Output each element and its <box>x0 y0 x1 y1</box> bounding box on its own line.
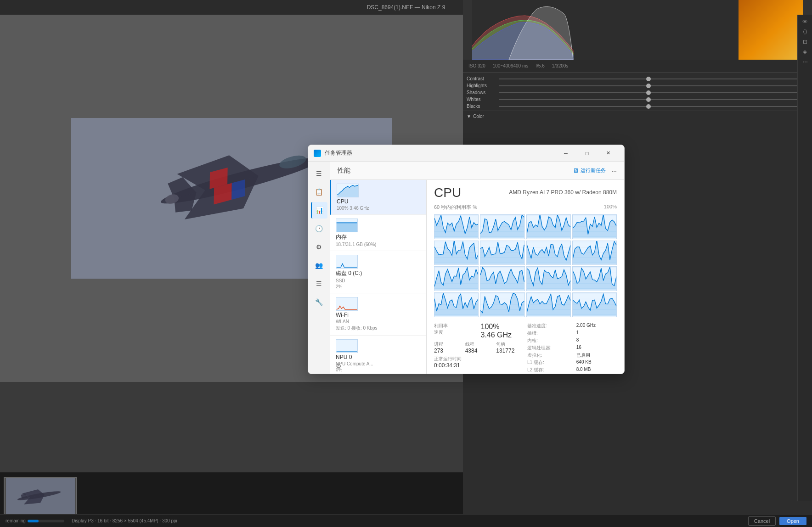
threads-stat: 线程 4384 <box>465 341 493 354</box>
nav-right: 🖥 运行新任务 ··· <box>573 167 617 174</box>
minimize-button[interactable]: ─ <box>555 145 576 162</box>
cpu-item-value: 100% 3.46 GHz <box>337 206 421 211</box>
l2-label: L2 缓存: <box>527 367 573 373</box>
computer-icon: 🖥 <box>573 167 579 174</box>
task-manager-content: CPU 100% 3.46 GHz <box>330 180 624 374</box>
slider-row-whites: Whites 0 <box>467 97 808 102</box>
highlights-slider[interactable] <box>499 85 797 86</box>
cpu-core-graph-4 <box>434 241 479 265</box>
slider-row-highlights: Highlights 0 <box>467 83 808 88</box>
svg-marker-117 <box>573 294 616 316</box>
utilization-stat: 利用率 速度 <box>434 323 477 339</box>
wifi-mini-graph <box>336 297 358 311</box>
exposure-info: 100~4009400 ms <box>493 63 529 68</box>
task-manager-title: 任务管理器 <box>325 149 555 157</box>
base-speed-label: 基准速度: <box>527 323 573 329</box>
sidebar-icon-startup[interactable]: ⚙ <box>311 239 327 255</box>
list-item-memory[interactable]: 内存 18.7/31.1 GB (60%) <box>330 215 426 251</box>
cpu-detail-panel: CPU AMD Ryzen AI 7 PRO 360 w/ Radeon 880… <box>427 180 624 374</box>
npu-mini-graph <box>336 339 358 353</box>
sidebar-icon-performance[interactable]: 📊 <box>311 202 327 219</box>
more-icon[interactable]: ⋯ <box>802 59 808 65</box>
maximize-button[interactable]: □ <box>576 145 598 162</box>
eye-icon[interactable]: 👁 <box>802 18 808 25</box>
sidebar-icon-users[interactable]: 👥 <box>311 257 327 274</box>
open-button[interactable]: Open <box>779 517 806 525</box>
task-manager-window: 任务管理器 ─ □ ✕ ☰ 📋 📊 🕐 ⚙ 👥 ☰ 🔧 性能 <box>308 145 625 374</box>
cpu-item-name: CPU <box>337 198 421 205</box>
cpu-core-graph-13 <box>480 292 524 317</box>
histogram-area <box>463 0 812 60</box>
handles-label: 句柄 <box>496 341 524 348</box>
list-item-cpu[interactable]: CPU 100% 3.46 GHz <box>330 180 426 215</box>
uptime-value: 0:00:34:31 <box>434 362 524 369</box>
memory-item-name: 内存 <box>336 233 421 241</box>
list-item-npu[interactable]: NPU 0 NPU Compute A... 0% <box>330 336 426 374</box>
cpu-detail-title: CPU <box>434 185 461 200</box>
logical-value: 16 <box>576 345 617 351</box>
whites-slider[interactable] <box>499 99 797 100</box>
crop-icon[interactable]: ⊡ <box>803 39 807 45</box>
more-options-button[interactable]: ··· <box>611 167 617 174</box>
shadows-label: Shadows <box>467 90 496 95</box>
contrast-label: Contrast <box>467 76 496 81</box>
processes-value: 273 <box>434 348 462 354</box>
whites-label: Whites <box>467 97 496 102</box>
cancel-button[interactable]: Cancel <box>748 516 776 526</box>
filter-icon[interactable]: ◈ <box>803 49 807 55</box>
color-section-header: ▼ Color <box>467 114 808 119</box>
svg-marker-17 <box>338 185 358 197</box>
cpu-core-graph-15 <box>572 292 617 317</box>
virtualization-value: 已启用 <box>576 352 617 359</box>
highlights-label: Highlights <box>467 83 496 88</box>
close-button[interactable]: ✕ <box>598 145 619 162</box>
cpu-core-graph-9 <box>480 266 524 291</box>
window-title: DSC_8694(1).NEF — Nikon Z 9 <box>367 4 445 11</box>
logical-label: 逻辑处理器: <box>527 345 573 351</box>
nav-title: 性能 <box>338 167 573 175</box>
sidebar-icon-processes[interactable]: 📋 <box>311 184 327 200</box>
memory-item-value: 18.7/31.1 GB (60%) <box>336 242 421 247</box>
contrast-slider[interactable] <box>499 78 797 79</box>
hist-left-cap <box>463 0 472 60</box>
progress-bar <box>28 520 64 522</box>
uptime-label: 正常运行时间 <box>434 356 524 362</box>
cpu-core-graph-3 <box>572 214 617 239</box>
sidebar-icon-details[interactable]: ☰ <box>311 275 327 292</box>
cpu-subtitle: 60 秒内的利用率 % <box>434 204 477 211</box>
cpu-stats-left: 利用率 速度 100% 3.46 GHz 进程 <box>434 323 524 374</box>
sidebar-icon-history[interactable]: 🕐 <box>311 220 327 237</box>
speed-label-inline: 速度 <box>434 329 477 336</box>
sidebar-icon-menu[interactable]: ☰ <box>311 165 327 182</box>
run-task-button[interactable]: 运行新任务 <box>581 167 606 174</box>
l1-value: 640 KB <box>576 359 617 366</box>
virtualization-label: 虚拟化: <box>527 352 573 359</box>
photo-info-row: ISO 320 100~4009400 ms f/5.6 1/3200s <box>463 60 812 73</box>
list-item-disk[interactable]: 磁盘 0 (C:) SSD 2% <box>330 251 426 293</box>
sidebar-icon-services[interactable]: 🔧 <box>311 294 327 310</box>
color-label: Color <box>473 114 484 119</box>
cpu-core-graph-7 <box>572 241 617 265</box>
task-manager-titlebar: 任务管理器 ─ □ ✕ <box>308 145 624 162</box>
adjust-icon[interactable]: ⟨⟩ <box>803 28 807 35</box>
cpu-pct-label: 100% <box>604 204 617 213</box>
npu-item-name: NPU 0 <box>336 354 421 360</box>
progress-fill <box>28 520 39 522</box>
svg-rect-18 <box>337 223 357 232</box>
task-manager-nav: 性能 🖥 运行新任务 ··· <box>330 162 624 180</box>
display-info: Display P3 · 16 bit · 8256 × 5504 (45.4M… <box>72 518 177 523</box>
remaining-label: remaining <box>6 518 26 523</box>
cpu-graphs-grid: (function() { const grid = document.quer… <box>434 214 617 317</box>
performance-list: CPU 100% 3.46 GHz <box>330 180 427 374</box>
shadows-slider[interactable] <box>499 92 797 93</box>
memory-mini-graph <box>336 219 358 232</box>
disk-item-sub: SSD <box>336 278 421 283</box>
handles-value: 131772 <box>496 348 524 354</box>
cores-label: 内核: <box>527 337 573 344</box>
cpu-stats-right: 基准速度: 2.00 GHz 插槽: 1 内核: 8 逻辑处理器: 16 虚拟化… <box>527 323 617 374</box>
list-item-wifi[interactable]: Wi-Fi WLAN 发送: 0 接收: 0 Kbps <box>330 293 426 336</box>
chevron-icon: ▼ <box>467 114 471 119</box>
slider-row-shadows: Shadows 0 <box>467 90 808 95</box>
memory-item-header <box>336 219 421 232</box>
blacks-slider[interactable] <box>499 106 797 107</box>
